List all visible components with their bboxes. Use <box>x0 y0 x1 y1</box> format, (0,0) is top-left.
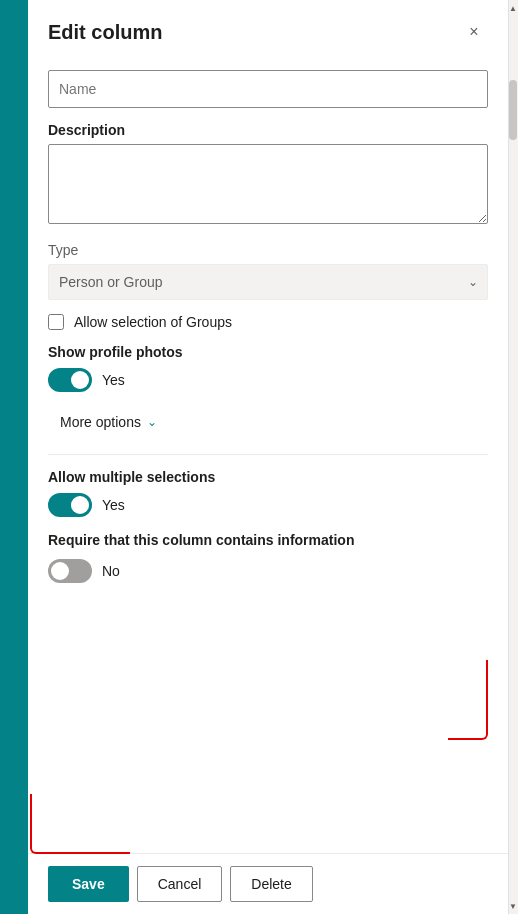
panel-footer: Save Cancel Delete <box>28 853 508 914</box>
description-label: Description <box>48 122 488 138</box>
allow-multiple-yes-label: Yes <box>102 497 125 513</box>
toggle-track-require <box>48 559 92 583</box>
allow-groups-label: Allow selection of Groups <box>74 314 232 330</box>
panel-title: Edit column <box>48 21 162 44</box>
more-options-label: More options <box>60 414 141 430</box>
save-button[interactable]: Save <box>48 866 129 902</box>
allow-multiple-section: Allow multiple selections Yes <box>48 469 488 517</box>
require-toggle[interactable] <box>48 559 92 583</box>
scrollbar-arrow-up[interactable]: ▲ <box>508 0 518 16</box>
more-options-button[interactable]: More options ⌄ <box>48 406 488 438</box>
name-input[interactable] <box>48 70 488 108</box>
show-photos-yes-label: Yes <box>102 372 125 388</box>
allow-multiple-label: Allow multiple selections <box>48 469 488 485</box>
cancel-button[interactable]: Cancel <box>137 866 223 902</box>
edit-column-panel: Edit column × Description Type Person or… <box>28 0 508 914</box>
toggle-thumb-multiple <box>71 496 89 514</box>
toggle-track-photos <box>48 368 92 392</box>
show-photos-section: Show profile photos Yes <box>48 344 488 392</box>
toggle-thumb-require <box>51 562 69 580</box>
toggle-thumb-photos <box>71 371 89 389</box>
panel-body: Description Type Person or Group Single … <box>28 60 508 853</box>
require-info-section: Require that this column contains inform… <box>48 531 488 583</box>
allow-multiple-toggle-row: Yes <box>48 493 488 517</box>
require-info-label: Require that this column contains inform… <box>48 531 488 551</box>
description-field-group: Description <box>48 122 488 228</box>
show-photos-label: Show profile photos <box>48 344 488 360</box>
scrollbar[interactable]: ▲ ▼ <box>508 0 518 914</box>
allow-multiple-toggle[interactable] <box>48 493 92 517</box>
close-icon: × <box>469 23 478 41</box>
type-select-wrapper: Person or Group Single line of text Mult… <box>48 264 488 300</box>
name-field-group <box>48 70 488 108</box>
chevron-down-icon: ⌄ <box>147 415 157 429</box>
type-field-group: Type Person or Group Single line of text… <box>48 242 488 300</box>
close-button[interactable]: × <box>460 18 488 46</box>
delete-button[interactable]: Delete <box>230 866 312 902</box>
require-no-label: No <box>102 563 120 579</box>
allow-groups-row: Allow selection of Groups <box>48 314 488 330</box>
show-photos-toggle-row: Yes <box>48 368 488 392</box>
require-toggle-row: No <box>48 559 488 583</box>
scrollbar-thumb[interactable] <box>509 80 517 140</box>
divider <box>48 454 488 455</box>
type-label: Type <box>48 242 488 258</box>
panel-header: Edit column × <box>28 0 508 60</box>
allow-groups-checkbox[interactable] <box>48 314 64 330</box>
type-select[interactable]: Person or Group Single line of text Mult… <box>48 264 488 300</box>
description-textarea[interactable] <box>48 144 488 224</box>
show-photos-toggle[interactable] <box>48 368 92 392</box>
toggle-track-multiple <box>48 493 92 517</box>
scrollbar-arrow-down[interactable]: ▼ <box>508 898 518 914</box>
sidebar-strip <box>0 0 28 914</box>
